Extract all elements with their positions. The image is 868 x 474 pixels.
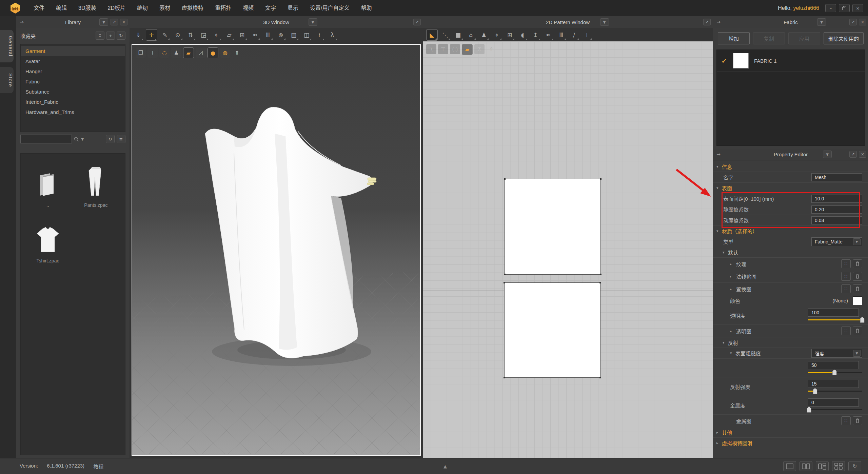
color-swatch[interactable] [853, 296, 862, 305]
add-fabric-button[interactable]: 增加 [718, 32, 750, 44]
toggle-show-pins[interactable]: ∖ [426, 44, 436, 54]
menu-retopology[interactable]: 重拓扑 [210, 0, 236, 16]
tool-tack-2d[interactable]: ⌖ [491, 29, 502, 40]
toggle-avatar-mesh[interactable]: ♟ [171, 47, 181, 58]
3d-window-menu-dropdown[interactable]: ▼ [309, 18, 317, 26]
toggle-render-export[interactable]: ⇑ [232, 47, 242, 58]
opacity-slider[interactable] [808, 319, 862, 320]
layout-single-button[interactable] [783, 461, 796, 471]
fabric-swatch[interactable] [733, 53, 749, 68]
opacity-slider-thumb[interactable] [860, 317, 865, 323]
tool-select-move[interactable]: ✛ [146, 29, 157, 41]
menu-video[interactable]: 视频 [238, 0, 259, 16]
tool-sewing-2d[interactable]: ≈ [543, 29, 554, 40]
menu-2d-pattern[interactable]: 2D板片 [103, 0, 131, 16]
expand-bottom-tray-button[interactable]: ▲ [443, 464, 447, 469]
tool-tape-measure[interactable]: ≀ [314, 29, 325, 40]
section-surface[interactable]: ▾表面 [713, 183, 868, 193]
draped-garment[interactable] [205, 107, 376, 358]
undock-fabric-panel-icon[interactable]: ↗ [849, 19, 857, 25]
toggle-3d-geometry[interactable]: ❒ [136, 47, 146, 58]
tool-flattening[interactable]: ◫ [301, 29, 312, 40]
tool-show-garment[interactable]: ⊤ [581, 29, 592, 40]
layout-two-pane-button[interactable] [800, 461, 812, 471]
displacement-browse-button[interactable]: ∷ [841, 284, 851, 293]
menu-avatar[interactable]: 虚拟模特 [177, 0, 209, 16]
tool-sewing[interactable]: ≈ [250, 29, 260, 40]
roughness-slider-thumb[interactable] [832, 370, 837, 375]
undock-property-panel-icon[interactable]: ↗ [849, 151, 857, 158]
toggle-show-pattern[interactable]: ⊤ [438, 44, 448, 54]
menu-display[interactable]: 显示 [282, 0, 303, 16]
opacity-field[interactable]: 100 [808, 309, 859, 317]
tool-pin[interactable]: ⊙ [172, 29, 183, 40]
file-item-parent-folder[interactable]: .. [27, 165, 69, 219]
tool-fold-arrangement[interactable]: ◲ [198, 29, 209, 40]
undock-3d-window-icon[interactable]: ↗ [413, 19, 421, 25]
apply-fabric-button[interactable]: 应用 [788, 32, 820, 44]
pattern-piece-back[interactable] [504, 282, 600, 378]
reflection-slider-thumb[interactable] [813, 388, 817, 394]
layout-one-plus-two-button[interactable] [816, 461, 829, 471]
toggle-garment-style[interactable]: ⊤ [147, 47, 158, 58]
fabric-item-1[interactable]: ✔ FABRIC 1 [717, 50, 865, 72]
tutorial-link[interactable]: 教程 [93, 463, 103, 470]
folder-garment[interactable]: Garment [21, 46, 125, 56]
reflection-intensity-field[interactable]: 15 [808, 380, 859, 388]
section-material[interactable]: ▾材质（选择的） [713, 226, 868, 236]
opacity-map-delete-button[interactable] [853, 327, 862, 335]
layout-reset-button[interactable]: ↻ [848, 461, 861, 471]
displacement-delete-button[interactable] [853, 284, 862, 293]
section-default[interactable]: ▾默认 [713, 247, 868, 258]
reflection-intensity-slider[interactable] [808, 391, 862, 392]
tool-seam-tape[interactable]: ∕ [569, 29, 579, 40]
download-library-button[interactable]: ↧ [96, 32, 104, 40]
2d-viewport[interactable]: ∖⊤ⓘ▰⊼⇑ [423, 41, 713, 458]
panel-menu-dropdown[interactable]: ▼ [99, 18, 108, 26]
texture-delete-button[interactable] [853, 259, 862, 268]
normal-map-browse-button[interactable]: ∷ [841, 272, 851, 281]
tool-tack-on-avatar[interactable]: ⌖ [211, 29, 222, 40]
pattern-piece-front[interactable] [505, 179, 601, 275]
list-view-button[interactable]: ≡ [117, 135, 125, 143]
refresh-favorites-button[interactable]: ↻ [117, 32, 125, 40]
collapse-fabric-panel-icon[interactable]: → [715, 19, 722, 25]
surface-space-field[interactable]: 10.0 [811, 195, 862, 203]
tab-general[interactable]: General [0, 30, 14, 62]
section-info[interactable]: ▾信息 [713, 161, 868, 172]
tool-walkthrough[interactable]: λ [327, 29, 338, 40]
toggle-print-layout[interactable]: ⇑ [486, 44, 496, 54]
folder-avatar[interactable]: Avatar [21, 56, 125, 66]
menu-sewing[interactable]: 缝纫 [132, 0, 153, 16]
tool-edit-pattern[interactable]: ⋱ [440, 29, 451, 40]
toggle-textured-surface[interactable]: ▰ [183, 47, 194, 58]
tool-simulate[interactable]: ⇓ [133, 29, 144, 40]
toggle-stitches[interactable]: ◌ [159, 47, 170, 58]
opacity-map-browse-button[interactable]: ∷ [841, 327, 851, 335]
menu-material[interactable]: 素材 [154, 0, 175, 16]
collapse-panel-icon[interactable]: → [18, 19, 25, 25]
tool-zipper[interactable]: ▤ [288, 29, 299, 40]
menu-settings[interactable]: 设置/用户自定义 [305, 0, 354, 16]
folder-hanger[interactable]: Hanger [21, 66, 125, 77]
delete-unused-fabric-button[interactable]: 删除未使用的 [824, 32, 864, 44]
refresh-files-button[interactable]: ↻ [106, 135, 115, 143]
tool-trace[interactable]: ♟ [478, 29, 489, 40]
menu-3d-garment[interactable]: 3D服装 [73, 0, 101, 16]
section-reflection[interactable]: ▾反射 [713, 337, 868, 348]
toggle-environment[interactable]: ◍ [220, 47, 230, 58]
section-avatar-smoothing[interactable]: ▸虚拟模特圆滑 [713, 438, 868, 448]
static-friction-field[interactable]: 0.20 [811, 205, 862, 214]
undock-2d-window-icon[interactable]: ↗ [703, 19, 711, 25]
layout-quad-button[interactable] [832, 461, 845, 471]
metal-map-delete-button[interactable] [853, 416, 862, 425]
folder-interior-fabric[interactable]: Interior_Fabric [21, 97, 125, 107]
copy-fabric-button[interactable]: 复制 [753, 32, 785, 44]
search-filter-dropdown-icon[interactable]: ▼ [81, 137, 84, 141]
close-panel-icon[interactable]: × [120, 19, 127, 25]
toggle-avatar-display[interactable]: ● [208, 47, 218, 58]
close-window-button[interactable]: × [852, 4, 863, 12]
library-search-input[interactable] [20, 135, 72, 143]
toggle-textured-pattern[interactable]: ▰ [462, 44, 473, 55]
folder-substance[interactable]: Substance [21, 87, 125, 97]
